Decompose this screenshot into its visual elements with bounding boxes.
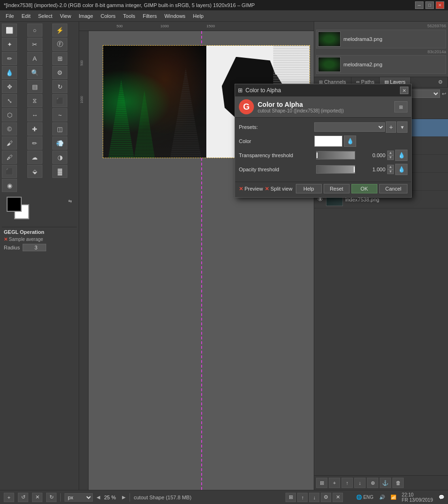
tool-free-select[interactable]: ⚡ [52,24,67,37]
tool-move[interactable]: ✥ [2,80,17,93]
transparency-up-btn[interactable]: ▲ [387,151,394,155]
clock: 22:10 FR 13/09/2019 [402,492,433,503]
menu-select[interactable]: Select [34,12,57,20]
tool-blend[interactable]: ▓ [52,165,67,178]
presets-more-button[interactable]: ▼ [397,121,407,133]
tool-fuzzy-select[interactable]: ✦ [2,38,17,51]
tool-airbrush[interactable]: 💨 [52,136,67,150]
tool-clone[interactable]: © [2,122,17,136]
dialog-expand-button[interactable]: ⊞ [394,101,407,112]
cancel-button[interactable]: Cancel [379,184,407,193]
menu-view[interactable]: View [56,12,75,20]
status-close-btn[interactable]: ✕ [32,493,42,502]
tool-ink[interactable]: 🖋 [2,151,17,164]
lower-layer-btn[interactable]: ↓ [354,478,366,488]
tool-align[interactable]: ▤ [27,80,42,93]
tool-options[interactable]: ⚙ [52,66,67,79]
presets-row: Presets: + ▼ [239,121,407,133]
tool-bucket-fill[interactable]: ⬙ [27,165,42,178]
ok-button[interactable]: OK [351,184,377,193]
reset-button[interactable]: Reset [324,184,350,193]
menu-image[interactable]: Image [75,12,97,20]
raise-layer-btn[interactable]: ↑ [342,478,353,488]
tool-color-picker[interactable]: 💧 [2,66,17,79]
status-r5[interactable]: ✕ [333,493,343,502]
new-layer-group-btn[interactable]: ⊞ [316,478,327,488]
close-button[interactable]: ✕ [436,1,444,9]
mode-reset-icon[interactable]: ↩ [442,91,446,97]
tool-perspective[interactable]: ⬛ [52,94,67,107]
opacity-threshold-row: Opacity threshold 1.000 ▲ ▼ 💧 [239,164,407,175]
presets-add-button[interactable]: + [386,121,396,133]
color-swatch[interactable] [314,136,342,147]
status-r1[interactable]: ⊞ [285,493,296,502]
split-view-check-icon[interactable]: ✕ [265,186,269,192]
delete-layer-btn[interactable]: 🗑 [392,478,404,488]
image-thumb-melodrama2[interactable]: melodrama2.png [316,55,446,74]
tool-rectangle-select[interactable]: ⬜ [2,24,17,37]
menu-help[interactable]: Help [189,12,208,20]
zoom-unit-select[interactable]: px % [65,493,93,502]
tool-smudge[interactable]: ☁ [27,151,42,164]
menu-filters[interactable]: Filters [139,12,161,20]
color-eyedropper-btn[interactable]: 💧 [344,136,356,147]
opacity-spinner[interactable]: ▲ ▼ [387,165,394,174]
tool-paintbrush[interactable]: 🖌 [2,136,17,150]
status-redo-btn[interactable]: ↻ [46,493,57,502]
foreground-color[interactable] [7,197,22,212]
preview-check-icon[interactable]: ✕ [239,186,243,192]
tool-scissors[interactable]: ✂ [27,38,42,51]
tool-rotate[interactable]: ↻ [52,80,67,93]
color-swap-icon[interactable]: ⇆ [68,199,72,203]
help-button[interactable]: Help [296,184,322,193]
tool-zoom[interactable]: 🔍 [27,66,42,79]
status-r4[interactable]: ⚙ [321,493,331,502]
tool-transform[interactable]: ⬡ [2,108,17,121]
tab-options[interactable]: ⚙ [433,77,448,87]
tool-perspective-clone[interactable]: ◫ [52,122,67,136]
menu-tools[interactable]: Tools [119,12,139,20]
transparency-slider[interactable] [316,151,355,160]
tool-blur-sharpen[interactable]: ◉ [2,179,17,192]
dialog-title-bar[interactable]: ⊞ Color to Alpha ✕ [235,84,411,96]
opacity-up-btn[interactable]: ▲ [387,165,394,169]
opacity-down-btn[interactable]: ▼ [387,169,394,174]
tool-scale[interactable]: ⤡ [2,94,17,107]
status-undo-btn[interactable]: ↺ [18,493,28,502]
opacity-slider[interactable] [316,165,355,174]
transparency-reset-btn[interactable]: 💧 [395,150,407,161]
status-r3[interactable]: ↓ [309,493,319,502]
status-r2[interactable]: ↑ [297,493,308,502]
tool-paths[interactable]: ✏ [2,52,17,65]
duplicate-layer-btn[interactable]: ⊕ [367,478,378,488]
opacity-threshold-value: 1.000 [357,167,385,172]
anchor-layer-btn[interactable]: ⚓ [380,478,391,488]
tool-eraser[interactable]: ⬛ [2,165,17,178]
radius-row: Radius [4,244,75,251]
tool-ellipse-select[interactable]: ○ [27,24,42,37]
menu-edit[interactable]: Edit [18,12,34,20]
opacity-reset-btn[interactable]: 💧 [395,164,407,175]
transparency-down-btn[interactable]: ▼ [387,155,394,160]
tool-text[interactable]: A [27,52,42,65]
presets-select[interactable] [314,122,385,132]
new-layer-btn[interactable]: + [329,478,340,488]
image-thumb-melodrama3[interactable]: melodrama3.png [316,30,446,48]
tool-measure[interactable]: ⊞ [52,52,67,65]
menu-windows[interactable]: Windows [161,12,189,20]
tool-heal[interactable]: ✚ [27,122,42,136]
dialog-close-button[interactable]: ✕ [400,87,408,94]
transparency-spinner[interactable]: ▲ ▼ [387,151,394,160]
tool-dodge-burn[interactable]: ◑ [52,151,67,164]
tool-foreground-select[interactable]: Ⓕ [52,38,67,51]
menu-file[interactable]: File [2,12,18,20]
menu-colors[interactable]: Colors [97,12,120,20]
tool-warp[interactable]: ~ [52,108,67,121]
radius-input[interactable] [23,244,46,251]
maximize-button[interactable]: □ [425,1,434,9]
tool-flip[interactable]: ↔ [27,108,42,121]
tool-shear[interactable]: ⧖ [27,94,42,107]
tool-pencil[interactable]: ✏ [27,136,42,150]
minimize-button[interactable]: ─ [415,1,424,9]
status-new-btn[interactable]: + [4,493,14,502]
